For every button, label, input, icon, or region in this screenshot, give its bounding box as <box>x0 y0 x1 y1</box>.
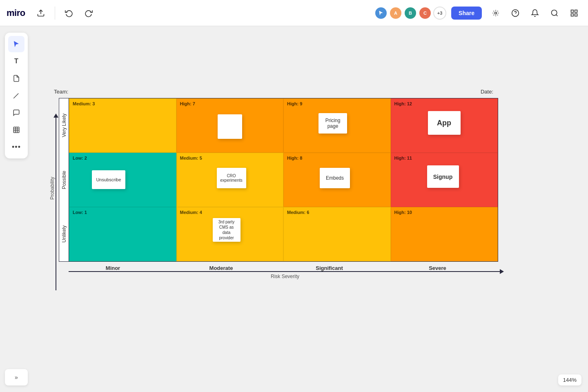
cell-2-1: Medium: 4 3rd party CMS as data provider <box>176 207 284 261</box>
cell-2-2: Medium: 6 <box>283 207 391 261</box>
x-axis-labels: Minor Moderate Significant Severe <box>59 262 498 271</box>
date-label: Date: <box>481 89 493 95</box>
sticky-signup-text: Signup <box>433 174 452 180</box>
expand-button[interactable]: » <box>5 369 28 385</box>
sticky-app-text: App <box>437 119 451 127</box>
pen-tool[interactable] <box>8 87 24 104</box>
sticky-cms[interactable]: 3rd party CMS as data provider <box>213 218 241 242</box>
sticky-embeds[interactable]: Embeds <box>320 168 350 188</box>
share-button[interactable]: Share <box>451 7 482 20</box>
sticky-unsubscribe[interactable]: Unsubscribe <box>92 170 125 189</box>
help-button[interactable] <box>508 6 523 20</box>
cell-1-2: High: 8 Embeds <box>283 153 391 207</box>
cell-label-0-0: Medium: 3 <box>73 101 173 106</box>
search-button[interactable] <box>547 6 562 20</box>
cell-label-1-0: Low: 2 <box>73 156 173 160</box>
col-label-moderate: Moderate <box>167 262 275 271</box>
risk-matrix: Team: Date: Very Likely Medium: 3 High: … <box>49 85 498 279</box>
board-list-button[interactable] <box>567 6 581 20</box>
cell-label-1-3: High: 11 <box>394 156 494 160</box>
logo: miro <box>7 8 25 18</box>
avatar-user-2: B <box>404 7 417 20</box>
cell-label-0-1: High: 7 <box>180 101 280 106</box>
x-axis-title: Risk Severity <box>69 274 501 279</box>
sticky-app[interactable]: App <box>428 111 461 135</box>
redo-button[interactable] <box>81 6 96 20</box>
select-tool[interactable] <box>8 36 24 52</box>
cell-label-2-2: Medium: 6 <box>287 210 387 215</box>
cell-label-2-0: Low: 1 <box>73 210 173 215</box>
text-tool[interactable]: T <box>8 53 24 69</box>
svg-point-12 <box>552 10 557 15</box>
svg-rect-14 <box>571 10 574 12</box>
svg-line-6 <box>497 15 498 15</box>
canvas: Team: Date: Very Likely Medium: 3 High: … <box>0 26 588 392</box>
sticky-blank[interactable] <box>218 114 242 139</box>
left-toolbar: T ••• <box>5 33 28 158</box>
upload-button[interactable] <box>33 6 48 20</box>
cell-0-1: High: 7 <box>176 98 284 153</box>
sticky-cro-text: CRO experiments <box>220 174 242 183</box>
cell-label-2-3: High: 10 <box>394 210 494 215</box>
row-possible: Possible Low: 2 Unsubscribe Medium: 5 CR… <box>59 153 498 207</box>
cell-0-3: High: 12 App <box>391 98 498 153</box>
sticky-unsubscribe-text: Unsubscribe <box>96 177 121 182</box>
cell-1-3: High: 11 Signup <box>391 153 498 207</box>
avatars-group: A B C +3 <box>374 7 446 20</box>
notifications-button[interactable] <box>528 6 542 20</box>
row-label-very-likely: Very Likely <box>59 112 69 139</box>
sticky-cro[interactable]: CRO experiments <box>217 168 246 188</box>
col-label-severe: Severe <box>383 262 492 271</box>
cell-label-1-2: High: 8 <box>287 156 387 160</box>
cell-1-1: Medium: 5 CRO experiments <box>176 153 284 207</box>
avatar-user-3: C <box>419 7 432 20</box>
svg-line-13 <box>556 14 558 16</box>
row-very-likely: Very Likely Medium: 3 High: 7 High: 9 Pr… <box>59 98 498 153</box>
cell-label-2-1: Medium: 4 <box>180 210 280 215</box>
avatar-user-1: A <box>389 7 402 20</box>
svg-rect-16 <box>575 13 577 16</box>
avatar-plus: +3 <box>433 7 446 20</box>
col-label-minor: Minor <box>59 262 167 271</box>
zoom-badge: 144% <box>558 374 581 385</box>
team-label: Team: <box>54 89 68 95</box>
sticky-cms-text: 3rd party CMS as data provider <box>217 219 236 241</box>
cell-0-2: High: 9 Pricing page <box>283 98 391 153</box>
y-axis-title: Probability <box>49 177 55 200</box>
sticky-note-tool[interactable] <box>8 70 24 87</box>
row-label-unlikely: Unlikely <box>59 224 69 244</box>
sticky-pricing-page[interactable]: Pricing page <box>318 113 347 134</box>
topbar: miro A B C +3 Share <box>0 0 588 26</box>
divider <box>55 7 55 20</box>
cell-0-0: Medium: 3 <box>69 98 176 153</box>
cell-label-0-3: High: 12 <box>394 101 494 106</box>
svg-rect-15 <box>575 10 577 12</box>
x-axis-line-wrapper: Risk Severity <box>69 271 498 279</box>
cell-2-3: High: 10 <box>391 207 498 261</box>
row-unlikely: Unlikely Low: 1 Medium: 4 3rd party CMS … <box>59 207 498 261</box>
svg-line-5 <box>494 11 494 11</box>
comment-tool[interactable] <box>8 105 24 121</box>
cell-label-0-2: High: 9 <box>287 101 387 106</box>
cell-1-0: Low: 2 Unsubscribe <box>69 153 176 207</box>
svg-line-7 <box>497 11 498 11</box>
avatar-cursor <box>374 7 388 20</box>
cell-2-0: Low: 1 <box>69 207 176 261</box>
undo-button[interactable] <box>62 6 76 20</box>
frame-tool[interactable] <box>8 122 24 138</box>
expand-icon: » <box>15 374 18 381</box>
settings-button[interactable] <box>488 6 503 20</box>
y-axis-line <box>56 116 56 290</box>
col-label-significant: Significant <box>275 262 383 271</box>
svg-rect-17 <box>571 13 574 16</box>
y-axis-arrow <box>53 114 58 118</box>
svg-point-9 <box>495 12 497 14</box>
svg-line-18 <box>14 94 19 98</box>
matrix-header: Team: Date: <box>49 85 498 98</box>
svg-line-8 <box>494 15 494 15</box>
more-tools[interactable]: ••• <box>8 139 24 155</box>
sticky-pricing-page-text: Pricing page <box>323 118 343 129</box>
sticky-signup[interactable]: Signup <box>427 165 459 188</box>
x-axis-arrow <box>500 269 504 274</box>
sticky-embeds-text: Embeds <box>326 175 344 181</box>
